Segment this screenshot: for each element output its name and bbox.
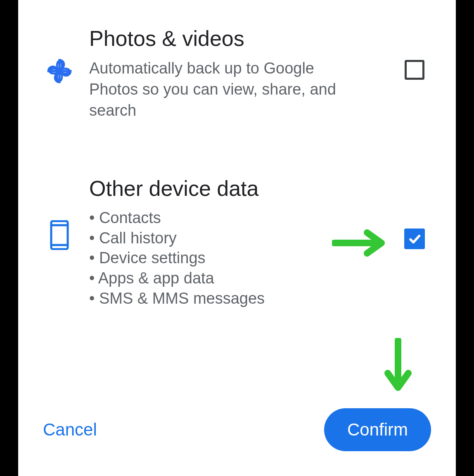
photos-icon xyxy=(43,21,76,84)
option-other-title: Other device data xyxy=(89,175,385,203)
backup-options-dialog: Photos & videos Automatically back up to… xyxy=(18,0,456,476)
bullet-item: Apps & app data xyxy=(89,268,385,288)
option-photos-title: Photos & videos xyxy=(89,25,385,53)
bullet-item: Contacts xyxy=(89,208,385,228)
checkbox-photos-wrap xyxy=(398,21,431,80)
checkbox-other-wrap xyxy=(398,171,431,249)
dialog-actions: Cancel Confirm xyxy=(43,408,431,451)
annotation-arrow-down-icon xyxy=(382,338,415,393)
check-icon xyxy=(408,232,422,246)
option-other-data: Other device data Contacts Call history … xyxy=(43,171,431,308)
cancel-button[interactable]: Cancel xyxy=(43,420,97,440)
option-photos-description: Automatically back up to Google Photos s… xyxy=(89,58,337,121)
option-photos-text: Photos & videos Automatically back up to… xyxy=(89,21,385,121)
confirm-button[interactable]: Confirm xyxy=(324,408,431,451)
annotation-arrow-right-icon xyxy=(332,228,386,259)
bullet-item: SMS & MMS messages xyxy=(89,288,385,309)
checkbox-photos[interactable] xyxy=(405,60,424,80)
option-photos-videos: Photos & videos Automatically back up to… xyxy=(43,21,431,121)
checkbox-other[interactable] xyxy=(404,228,425,249)
phone-icon xyxy=(43,171,76,250)
